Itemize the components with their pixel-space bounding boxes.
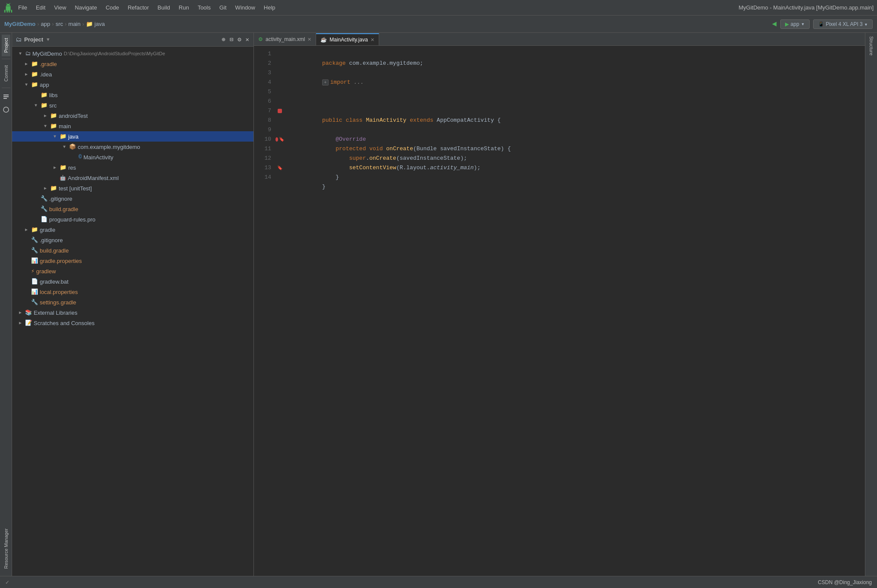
tree-label-package: com.example.mygitdemo (78, 144, 140, 150)
tab-close-java[interactable]: ✕ (370, 37, 374, 43)
tab-activity-main-xml[interactable]: ⚙ activity_main.xml ✕ (254, 33, 316, 45)
menu-code[interactable]: Code (102, 3, 123, 13)
collapse-all-icon[interactable]: ⊟ (229, 35, 234, 44)
breadcrumb-main[interactable]: main (68, 21, 80, 27)
tree-item-app[interactable]: ▼ 📁 app (12, 79, 253, 90)
tree-arrow-idea: ▶ (25, 72, 31, 77)
breadcrumb: MyGitDemo › app › src › main › 📁 java (4, 21, 105, 27)
device-label: Pixel 4 XL API 3 (826, 21, 863, 27)
tree-arrow-gitignore-root: ▶ (25, 237, 31, 243)
menu-build[interactable]: Build (154, 3, 174, 13)
menu-run[interactable]: Run (175, 3, 193, 13)
tree-item-external-libs[interactable]: ▶ 📚 External Libraries (12, 307, 253, 318)
menu-file[interactable]: File (15, 3, 31, 13)
tree-item-mygitdemo-root[interactable]: ▼ 🗂 MyGitDemo D:\DingJiaxiong\AndroidStu… (12, 48, 253, 59)
tree-label-root: MyGitDemo (32, 51, 62, 57)
gradle-root-folder-icon: 📁 (31, 226, 38, 233)
menu-git[interactable]: Git (216, 3, 230, 13)
sidebar-tab-structure[interactable]: Structure (867, 33, 876, 59)
run-config-button[interactable]: ▶ app ▼ (780, 19, 810, 29)
line-numbers: 1 2 3 4 5 6 7 8 9 10 11 12 13 14 (254, 46, 275, 576)
tree-item-main[interactable]: ▼ 📁 main (12, 121, 253, 131)
tab-mainactivity-java[interactable]: ☕ MainActivity.java ✕ (316, 33, 379, 45)
menu-refactor[interactable]: Refactor (124, 3, 152, 13)
tree-arrow-libs: ▶ (35, 92, 41, 98)
tree-item-gitignore-app[interactable]: ▶ 🔧 .gitignore (12, 193, 253, 204)
tree-item-package[interactable]: ▼ 📦 com.example.mygitdemo (12, 142, 253, 152)
tree-item-gradle-hidden[interactable]: ▶ 📁 .gradle (12, 59, 253, 69)
tab-label-java: MainActivity.java (329, 37, 367, 43)
tree-arrow-scratches: ▶ (19, 320, 25, 326)
gutter-activity-icon (277, 108, 283, 114)
device-selector-button[interactable]: 📱 Pixel 4 XL API 3 ▼ (813, 19, 873, 29)
xml-file-icon: ⚙ (258, 36, 263, 42)
statusbar-left: ✓ (5, 579, 9, 585)
gitignore-root-icon: 🔧 (31, 237, 38, 243)
tree-item-scratches[interactable]: ▶ 📝 Scratches and Consoles (12, 318, 253, 328)
tree-item-local-properties[interactable]: ▶ 📊 local.properties (12, 287, 253, 297)
tree-item-res[interactable]: ▶ 📁 res (12, 162, 253, 173)
gitignore-app-icon: 🔧 (41, 195, 47, 202)
tree-item-androidtest[interactable]: ▶ 📁 androidTest (12, 111, 253, 121)
locate-file-icon[interactable]: ⊕ (221, 35, 226, 44)
breadcrumb-java[interactable]: java (95, 21, 105, 27)
tree-item-src[interactable]: ▼ 📁 src (12, 100, 253, 111)
project-dropdown-icon[interactable]: ▼ (47, 37, 50, 42)
tab-close-xml[interactable]: ✕ (307, 37, 311, 42)
tree-item-build-gradle-app[interactable]: ▶ 🔧 build.gradle (12, 204, 253, 214)
menu-navigate[interactable]: Navigate (71, 3, 100, 13)
code-area[interactable]: package com.example.mygitdemo; +import .… (284, 46, 865, 576)
statusbar-right: CSDN @Ding_Jiaxiong (818, 579, 872, 585)
sidebar-tab-resource-manager[interactable]: Resource Manager (2, 525, 10, 572)
menu-edit[interactable]: Edit (32, 3, 49, 13)
tree-item-gitignore-root[interactable]: ▶ 🔧 .gitignore (12, 235, 253, 245)
tree-arrow-java: ▼ (54, 134, 60, 139)
tree-item-gradle-root[interactable]: ▶ 📁 gradle (12, 224, 253, 235)
tree-item-proguard[interactable]: ▶ 📄 proguard-rules.pro (12, 214, 253, 224)
breadcrumb-java-icon: 📁 (86, 21, 93, 27)
tree-item-libs[interactable]: ▶ 📁 libs (12, 90, 253, 100)
tree-label-java: java (68, 133, 79, 140)
tree-item-java[interactable]: ▼ 📁 java (12, 131, 253, 142)
tree-item-build-gradle-root[interactable]: ▶ 🔧 build.gradle (12, 245, 253, 256)
gradlew-bat-icon: 📄 (31, 278, 38, 285)
tree-item-gradle-properties[interactable]: ▶ 📊 gradle.properties (12, 256, 253, 266)
menu-tools[interactable]: Tools (194, 3, 214, 13)
mainactivity-icon: © (79, 154, 82, 160)
tree-item-settings-gradle[interactable]: ▶ 🔧 settings.gradle (12, 297, 253, 307)
code-line-9: @Override (288, 125, 865, 135)
sidebar-icon-2[interactable] (0, 104, 12, 116)
code-line-1: package com.example.mygitdemo; (288, 49, 865, 59)
gradle-app-icon: 🔧 (41, 205, 47, 212)
code-line-5 (288, 87, 865, 97)
sidebar-tab-commit[interactable]: Commit (2, 62, 10, 85)
breadcrumb-src[interactable]: src (56, 21, 63, 27)
import-fold-icon[interactable]: + (322, 79, 329, 85)
breadcrumb-app[interactable]: app (41, 21, 51, 27)
tree-item-gradlew-bat[interactable]: ▶ 📄 gradlew.bat (12, 276, 253, 287)
code-line-14: } (288, 173, 865, 182)
sidebar-icon-1[interactable] (0, 91, 12, 103)
svg-rect-2 (3, 98, 7, 99)
close-panel-icon[interactable]: ✕ (245, 35, 250, 44)
tree-item-androidmanifest[interactable]: ▶ 🤖 AndroidManifest.xml (12, 173, 253, 183)
undo-navigation-icon[interactable]: ◄ (772, 20, 777, 28)
sidebar-tab-project[interactable]: Project (2, 35, 10, 56)
breadcrumb-root[interactable]: MyGitDemo (4, 21, 35, 27)
menu-view[interactable]: View (51, 3, 70, 13)
menu-help[interactable]: Help (260, 3, 279, 13)
editor-area: ⚙ activity_main.xml ✕ ☕ MainActivity.jav… (254, 33, 865, 576)
androidtest-folder-icon: 📁 (50, 112, 57, 119)
local-properties-icon: 📊 (31, 288, 38, 295)
tree-label-gradlew: gradlew (36, 268, 56, 275)
project-panel-title: Project (24, 36, 43, 43)
code-line-7: public class MainActivity extends AppCom… (288, 106, 865, 116)
res-folder-icon: 📁 (60, 164, 66, 171)
tree-item-idea[interactable]: ▶ 📁 .idea (12, 69, 253, 79)
menu-window[interactable]: Window (232, 3, 259, 13)
tree-item-mainactivity[interactable]: ▶ © MainActivity (12, 152, 253, 162)
panel-options-icon[interactable]: ⚙ (237, 35, 242, 44)
tree-item-test[interactable]: ▶ 📁 test [unitTest] (12, 183, 253, 193)
external-libs-icon: 📚 (25, 309, 32, 316)
tree-item-gradlew[interactable]: ▶ ⚡ gradlew (12, 266, 253, 276)
